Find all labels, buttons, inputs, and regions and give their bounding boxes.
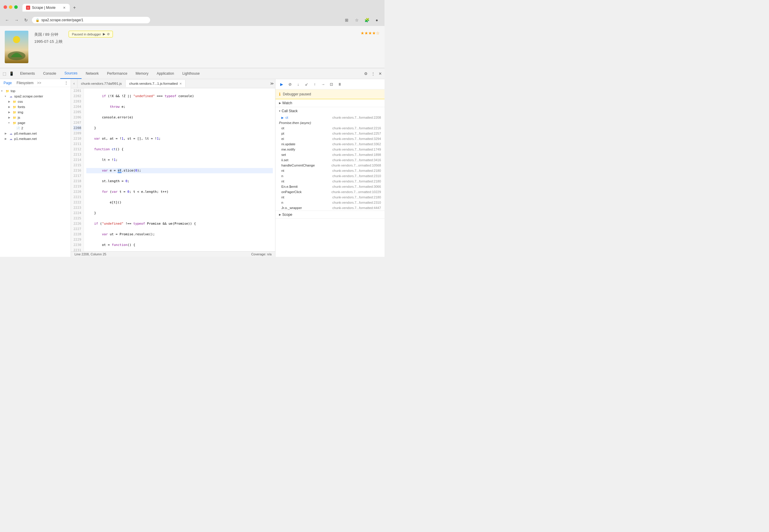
maximize-window-button[interactable]: [14, 5, 18, 9]
call-stack-item-set[interactable]: set chunk-vendors.7...formatted:1898: [276, 152, 384, 157]
call-stack-header[interactable]: ▾ Call Stack: [276, 107, 384, 115]
folder-icon-js: 📁: [12, 115, 17, 120]
line-numbers: 2201220222032204 220522062207 2208 22092…: [71, 88, 84, 251]
tree-item-top[interactable]: ▾ 📁 top: [0, 88, 71, 94]
settings-icon[interactable]: ⚙: [363, 70, 369, 77]
cursor-position: Line 2208, Column 25: [74, 252, 106, 256]
tree-item-spa2[interactable]: ▾ ☁ spa2.scrape.center: [0, 94, 71, 99]
file-icon-2: 📄: [16, 126, 20, 130]
code-line-2205: var ot, at = !1, st = [], lt = !1;: [86, 136, 273, 141]
call-stack-item-ei[interactable]: ei chunk-vendors.7...formatted:3294: [276, 136, 384, 141]
device-toggle-icon[interactable]: 📱: [8, 70, 15, 77]
code-tab-back[interactable]: ‹: [71, 79, 77, 88]
folder-icon-top: 📁: [5, 89, 9, 93]
call-stack-item-iiset[interactable]: ii.set chunk-vendors.7...formatted:3416: [276, 157, 384, 163]
traffic-lights: [4, 5, 18, 9]
bookmark-icon[interactable]: ☆: [353, 16, 361, 24]
deactivate-breakpoints-icon[interactable]: ⊘: [107, 32, 110, 36]
code-tab-formatted[interactable]: chunk-vendors.7...1.js:formatted ✕: [125, 80, 185, 87]
file-tab-filesystem[interactable]: Filesystem: [15, 80, 35, 86]
tab-performance[interactable]: Performance: [103, 68, 131, 79]
call-stack-item-wrapper[interactable]: Jr.o._wrapper chunk-vendors.7...formatte…: [276, 205, 384, 210]
minimize-window-button[interactable]: [9, 5, 12, 9]
tree-item-page[interactable]: ▾ 📁 page: [0, 120, 71, 125]
profile-icon[interactable]: ●: [373, 16, 381, 24]
back-button[interactable]: ←: [4, 17, 11, 24]
cloud-icon-p0: ☁: [9, 131, 13, 136]
pause-button[interactable]: ⊘: [286, 80, 294, 88]
close-devtools-icon[interactable]: ✕: [377, 70, 383, 77]
browser-tab[interactable]: S Scrape | Movie ✕: [22, 4, 70, 12]
call-stack-item-emit[interactable]: En.e.$emit chunk-vendors.7...formatted:3…: [276, 184, 384, 189]
call-stack-item-nt1[interactable]: nt chunk-vendors.7...formatted:2180: [276, 168, 384, 173]
url-bar[interactable]: 🔒 spa2.scrape.center/page/1: [32, 17, 150, 23]
folder-icon-fonts: 📁: [12, 105, 17, 109]
tree-item-fonts[interactable]: ▶ 📁 fonts: [0, 104, 71, 110]
refresh-button[interactable]: ↻: [22, 17, 30, 24]
code-line-2213: if ("undefined" !== typeof Promise && ue…: [86, 221, 273, 226]
extension-icon[interactable]: 🧩: [363, 16, 371, 24]
tree-item-p0[interactable]: ▶ ☁ p0.meituan.net: [0, 131, 71, 136]
code-line-2211: e[t](): [86, 200, 273, 205]
call-stack-item-pt[interactable]: pt chunk-vendors.7...formatted:2257: [276, 131, 384, 136]
close-window-button[interactable]: [4, 5, 7, 9]
coverage-status: Coverage: n/a: [251, 252, 272, 256]
tab-sources[interactable]: Sources: [60, 68, 81, 79]
file-tab-page[interactable]: Page: [2, 80, 13, 86]
pause-on-exceptions-button[interactable]: ⏸: [336, 80, 343, 88]
cs-fn-nt3: nt: [281, 195, 331, 199]
tab-elements[interactable]: Elements: [16, 68, 39, 79]
cs-fn-niupdate: ni.update: [281, 142, 331, 146]
tab-application[interactable]: Application: [152, 68, 178, 79]
inspect-element-icon[interactable]: ⬚: [1, 70, 8, 77]
resume-execution-button[interactable]: ▶: [278, 80, 286, 88]
tree-item-css[interactable]: ▶ 📁 css: [0, 99, 71, 104]
tree-label-p0: p0.meituan.net: [14, 132, 37, 135]
watch-section-header[interactable]: ▶ Watch: [276, 99, 384, 107]
tree-item-2[interactable]: ▶ 📄 2: [0, 125, 71, 131]
call-stack-item-nt3[interactable]: nt chunk-vendors.7...formatted:2180: [276, 195, 384, 200]
tree-item-img[interactable]: ▶ 📁 img: [0, 110, 71, 115]
code-tab-more[interactable]: ≫: [269, 79, 275, 88]
tab-lighthouse[interactable]: Lighthouse: [178, 68, 204, 79]
translate-icon[interactable]: ⊞: [343, 16, 351, 24]
tab-console[interactable]: Console: [39, 68, 60, 79]
new-tab-button[interactable]: +: [70, 4, 79, 12]
call-stack-item-n1[interactable]: n chunk-vendors.7...formatted:2310: [276, 173, 384, 179]
title-bar: S Scrape | Movie ✕ +: [0, 0, 384, 14]
call-stack-item-ct[interactable]: ▶ ct chunk-vendors.7...formatted:2208: [276, 115, 384, 120]
deactivate-breakpoints-button[interactable]: ⊡: [328, 80, 335, 88]
resume-icon[interactable]: ▶: [103, 32, 105, 36]
code-tab-close[interactable]: ✕: [179, 82, 182, 85]
step-button[interactable]: →: [319, 80, 327, 88]
tab-close-button[interactable]: ✕: [62, 6, 66, 10]
call-stack-item-promise[interactable]: Promise.then (async): [276, 120, 384, 125]
call-stack-item-nt2[interactable]: nt chunk-vendors.7...formatted:2180: [276, 179, 384, 184]
cs-fn-n2: n: [281, 201, 331, 204]
tree-item-js[interactable]: ▶ 📁 js: [0, 115, 71, 120]
step-into-button[interactable]: ↙: [303, 80, 310, 88]
file-panel-menu[interactable]: ⋮: [64, 81, 68, 85]
call-stack-item-menotify[interactable]: me.notify chunk-vendors.7...formatted:17…: [276, 147, 384, 152]
tab-network[interactable]: Network: [81, 68, 103, 79]
tab-memory[interactable]: Memory: [131, 68, 152, 79]
devtools-body: Page Filesystem >> ⋮ ▾ 📁 top ▾ ☁: [0, 79, 384, 257]
devtools-panel: ⬚ 📱 Elements Console Sources Network Per…: [0, 68, 384, 257]
more-options-icon[interactable]: ⋮: [370, 70, 376, 77]
cs-loc-n1: chunk-vendors.7...formatted:2310: [333, 174, 381, 178]
step-out-button[interactable]: ↑: [311, 80, 319, 88]
call-stack-item-niupdate[interactable]: ni.update chunk-vendors.7...formatted:33…: [276, 141, 384, 147]
call-stack-item-n2[interactable]: n chunk-vendors.7...formatted:2310: [276, 200, 384, 205]
tree-item-p1[interactable]: ▶ ☁ p1.meituan.net: [0, 136, 71, 141]
step-over-button[interactable]: ↓: [294, 80, 302, 88]
forward-button[interactable]: →: [13, 17, 20, 24]
call-stack-item-handlecurrentchange[interactable]: handleCurrentChange chunk-vendors.7...or…: [276, 163, 384, 168]
tree-label-top: top: [11, 89, 15, 93]
scope-section-header[interactable]: ▶ Scope: [276, 211, 384, 218]
code-content[interactable]: if (!X && !Z || "undefined" === typeof c…: [84, 88, 275, 251]
call-stack-item-ot[interactable]: ot chunk-vendors.7...formatted:2216: [276, 125, 384, 131]
cs-fn-handlecurrentchange: handleCurrentChange: [281, 164, 330, 167]
file-tab-more[interactable]: >>: [37, 81, 41, 85]
code-tab-vendors[interactable]: chunk-vendors.77daf991.js: [77, 80, 125, 87]
call-stack-item-onpagerclick[interactable]: onPagerClick chunk-vendors.7...ormatted:…: [276, 189, 384, 195]
